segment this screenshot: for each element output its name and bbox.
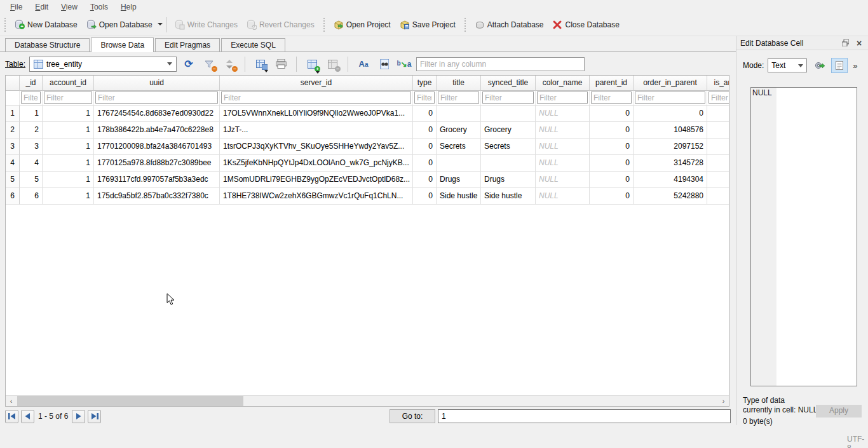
grid-cell-server_id[interactable]: 1MSomUDRLi79EGHBZ9ygOpZEcVEDJvctOptlD68z… (220, 172, 413, 188)
filter-input-title[interactable] (438, 92, 479, 104)
grid-cell-synced_title[interactable]: Grocery (481, 122, 536, 139)
row-header[interactable]: 3 (6, 139, 20, 155)
open-database-dropdown[interactable] (157, 23, 163, 27)
float-panel-button[interactable] (840, 38, 850, 48)
previous-page-button[interactable] (21, 410, 34, 423)
grid-cell-order_in_parent[interactable]: 3145728 (634, 155, 707, 172)
row-header[interactable]: 5 (6, 172, 20, 188)
replace-button[interactable]: b↘a (396, 56, 412, 72)
column-header-parent_id[interactable]: parent_id (590, 76, 634, 91)
grid-cell-is_ar[interactable] (707, 105, 729, 122)
grid-cell-server_id[interactable]: 1KsZ5jfeKbNHpQYtJp4DxLOOlAnO_wk7G_pcNjyK… (220, 155, 413, 172)
grid-cell-_id[interactable]: 5 (20, 172, 43, 188)
toolbar-drag-handle[interactable] (4, 18, 7, 32)
scroll-left-arrow[interactable]: ‹ (6, 396, 17, 407)
find-in-cells-button[interactable] (376, 56, 392, 72)
menu-edit[interactable]: Edit (29, 1, 55, 13)
grid-cell-server_id[interactable]: 1tsrOCPJ3qXyKTVhv_SKuOye5SHHeYwdy2Yav5Z.… (220, 139, 413, 155)
grid-cell-parent_id[interactable]: 0 (590, 188, 634, 205)
column-header-uuid[interactable]: uuid (94, 76, 220, 91)
grid-cell-_id[interactable]: 1 (20, 105, 43, 122)
menu-view[interactable]: View (55, 1, 84, 13)
grid-corner-cell[interactable] (6, 76, 20, 91)
grid-cell-parent_id[interactable]: 0 (590, 155, 634, 172)
goto-button[interactable]: Go to: (390, 409, 435, 423)
column-header-server_id[interactable]: server_id (220, 76, 413, 91)
write-changes-button[interactable]: Write Changes (170, 17, 242, 32)
goto-record-input[interactable] (438, 409, 731, 423)
print-button[interactable] (273, 56, 289, 72)
grid-cell-color_name[interactable]: NULL (536, 172, 590, 188)
column-header-title[interactable]: title (437, 76, 481, 91)
grid-cell-title[interactable]: Drugs (437, 172, 481, 188)
grid-cell-server_id[interactable]: 1JzT-... (220, 122, 413, 139)
grid-cell-color_name[interactable]: NULL (536, 139, 590, 155)
grid-cell-synced_title[interactable]: Side hustle (481, 188, 536, 205)
encoding-status[interactable]: UTF-8 (847, 435, 868, 448)
column-header-_id[interactable]: _id (20, 76, 43, 91)
grid-cell-order_in_parent[interactable]: 5242880 (634, 188, 707, 205)
grid-cell-is_ar[interactable] (707, 188, 729, 205)
open-database-button[interactable]: Open Database (82, 17, 157, 32)
row-header[interactable]: 4 (6, 155, 20, 172)
grid-cell-title[interactable]: Secrets (437, 139, 481, 155)
grid-cell-account_id[interactable]: 1 (43, 139, 94, 155)
filter-input-synced_title[interactable] (482, 92, 534, 104)
close-panel-button[interactable]: × (854, 38, 864, 48)
row-header[interactable]: 2 (6, 122, 20, 139)
grid-cell-uuid[interactable]: 178b386422b.ab4e7a470c6228e8 (94, 122, 220, 139)
grid-cell-uuid[interactable]: 1770125a978.8fd88b27c3089bee (94, 155, 220, 172)
grid-cell-title[interactable] (437, 105, 481, 122)
tab-execute-sql[interactable]: Execute SQL (221, 38, 285, 51)
grid-cell-_id[interactable]: 2 (20, 122, 43, 139)
column-header-is_ar[interactable]: is_ar (707, 76, 729, 91)
grid-cell-account_id[interactable]: 1 (43, 122, 94, 139)
grid-cell-synced_title[interactable]: Drugs (481, 172, 536, 188)
grid-cell-type[interactable]: 0 (413, 105, 437, 122)
filter-input-account_id[interactable] (44, 92, 92, 104)
refresh-button[interactable]: ⟳ (180, 56, 197, 72)
grid-cell-order_in_parent[interactable]: 1048576 (634, 122, 707, 139)
grid-cell-is_ar[interactable] (707, 155, 729, 172)
grid-cell-uuid[interactable]: 1767245454c.8d683e7ed0930d22 (94, 105, 220, 122)
grid-cell-color_name[interactable]: NULL (536, 122, 590, 139)
grid-cell-uuid[interactable]: 17701200098.bfa24a3846701493 (94, 139, 220, 155)
panel-overflow-button[interactable]: » (853, 61, 857, 71)
cell-editor-area[interactable]: NULL (750, 87, 857, 386)
filter-input-type[interactable] (414, 92, 435, 104)
grid-cell-_id[interactable]: 3 (20, 139, 43, 155)
scrollbar-thumb[interactable] (17, 396, 243, 407)
next-page-button[interactable] (72, 410, 85, 423)
grid-cell-account_id[interactable]: 1 (43, 155, 94, 172)
grid-cell-type[interactable]: 0 (413, 172, 437, 188)
grid-cell-color_name[interactable]: NULL (536, 188, 590, 205)
filter-input-server_id[interactable] (221, 92, 411, 104)
column-header-synced_title[interactable]: synced_title (481, 76, 536, 91)
grid-cell-account_id[interactable]: 1 (43, 188, 94, 205)
toolbar-drag-handle[interactable] (465, 18, 467, 32)
grid-cell-color_name[interactable]: NULL (536, 105, 590, 122)
grid-cell-parent_id[interactable]: 0 (590, 139, 634, 155)
close-database-button[interactable]: Close Database (548, 17, 623, 32)
grid-cell-synced_title[interactable] (481, 155, 536, 172)
grid-cell-order_in_parent[interactable]: 2097152 (634, 139, 707, 155)
save-table-as-button[interactable] (252, 56, 269, 72)
grid-cell-server_id[interactable]: 1T8HE738IWCw2zehX6GBGmwzVc1rQuFq1ChLN... (220, 188, 413, 205)
filter-input-color_name[interactable] (537, 92, 588, 104)
first-record-button[interactable] (5, 410, 18, 423)
grid-cell-parent_id[interactable]: 0 (590, 105, 634, 122)
grid-cell-synced_title[interactable]: Secrets (481, 139, 536, 155)
grid-cell-color_name[interactable]: NULL (536, 155, 590, 172)
clear-filters-button[interactable]: − (201, 56, 217, 72)
row-header[interactable]: 1 (6, 105, 20, 122)
column-header-order_in_parent[interactable]: order_in_parent (634, 76, 707, 91)
grid-cell-synced_title[interactable] (481, 105, 536, 122)
insert-record-button[interactable]: + (304, 56, 320, 72)
clear-sorting-button[interactable]: − (221, 56, 238, 72)
grid-cell-title[interactable]: Side hustle (437, 188, 481, 205)
table-selector-dropdown[interactable]: tree_entity (29, 57, 177, 72)
filter-input-parent_id[interactable] (591, 92, 632, 104)
grid-cell-is_ar[interactable] (707, 139, 729, 155)
scroll-right-arrow[interactable]: › (718, 396, 729, 407)
new-database-button[interactable]: + New Database (10, 17, 82, 32)
